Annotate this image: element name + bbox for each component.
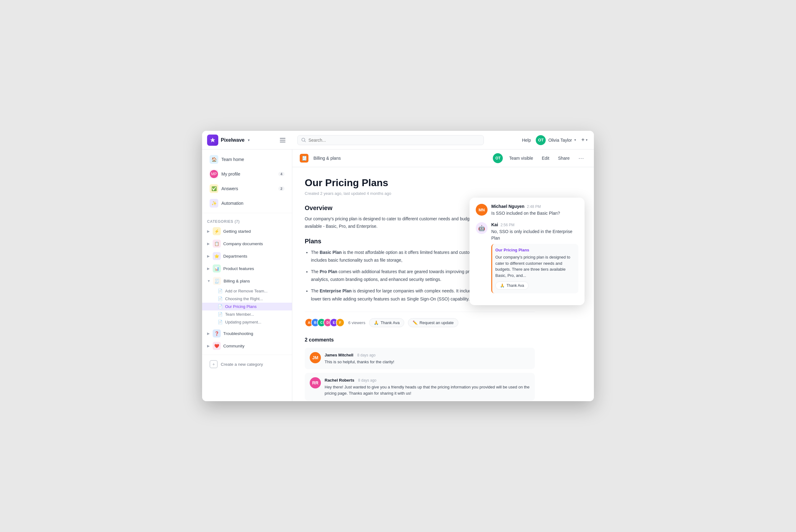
comment-2-avatar: RR bbox=[310, 377, 321, 388]
sidebar-item-community[interactable]: ▶ ❤️ Community bbox=[202, 340, 292, 352]
getting-started-label: Getting started bbox=[223, 229, 251, 234]
viewer-avatars: A B C D E F bbox=[305, 318, 345, 327]
thank-ava-button[interactable]: 🙏 Thank Ava bbox=[369, 318, 404, 327]
automation-icon: ✨ bbox=[209, 199, 218, 208]
chat-msg-2-text: No, SSO is only included in the Enterpri… bbox=[491, 228, 578, 242]
sidebar-item-automation[interactable]: ✨ Automation bbox=[205, 196, 290, 210]
chat-avatar-kai: 🤖 bbox=[476, 222, 487, 234]
topbar-center bbox=[292, 135, 516, 145]
sidebar-subitem-updating-payment[interactable]: 📄 Updating payment... bbox=[202, 318, 292, 326]
troubleshooting-chevron-icon: ▶ bbox=[207, 331, 209, 336]
sidebar: 🏠 Team home MP My profile 4 ✅ Answers 2 … bbox=[202, 150, 292, 401]
billing-plans-label: Billing & plans bbox=[224, 279, 250, 283]
company-docs-chevron-icon: ▶ bbox=[207, 242, 209, 246]
create-category-button[interactable]: + Create a new category bbox=[205, 357, 290, 371]
answers-label: Answers bbox=[221, 186, 238, 191]
content-header: 🧾 Billing & plans OT Team visible Edit S… bbox=[292, 150, 594, 167]
user-menu-button[interactable]: OT Olivia Taylor ▾ bbox=[536, 135, 576, 145]
ai-thank-label: Thank Ava bbox=[506, 283, 524, 288]
doc-icon-updating-payment: 📄 bbox=[218, 320, 223, 324]
add-button[interactable]: + ▾ bbox=[581, 137, 588, 143]
sidebar-subitem-our-pricing-plans[interactable]: 📄 Our Pricing Plans bbox=[202, 303, 292, 310]
pro-plan-name: Pro Plan bbox=[320, 269, 337, 274]
sidebar-item-my-profile[interactable]: MP My profile 4 bbox=[205, 167, 290, 181]
chat-msg-2-author: Kai bbox=[491, 222, 498, 227]
product-features-icon: 📊 bbox=[213, 264, 221, 272]
topbar-right: Help OT Olivia Taylor ▾ + ▾ bbox=[516, 135, 594, 145]
sidebar-item-product-features[interactable]: ▶ 📊 Product features bbox=[202, 262, 292, 275]
chat-avatar-michael: MN bbox=[476, 204, 487, 216]
comment-2-author: Rachel Roberts bbox=[325, 378, 354, 382]
ai-response-link[interactable]: Our Pricing Plans bbox=[495, 248, 575, 252]
doc-icon-pricing: 📄 bbox=[218, 304, 223, 309]
product-features-label: Product features bbox=[223, 266, 254, 271]
topbar: Pixelwave ▾ Help OT Olivia Taylor ▾ bbox=[202, 131, 594, 150]
company-docs-icon: 📋 bbox=[213, 240, 221, 248]
viewer-avatar-6: F bbox=[336, 318, 345, 327]
team-home-icon: 🏠 bbox=[209, 155, 218, 164]
team-visible-label[interactable]: Team visible bbox=[506, 154, 535, 162]
team-visible-avatar: OT bbox=[493, 153, 503, 163]
edit-button[interactable]: Edit bbox=[539, 154, 552, 162]
enterprise-plan-name: Enterprise Plan bbox=[320, 288, 352, 293]
comment-1-text: This is so helpful, thanks for the clari… bbox=[325, 359, 394, 365]
team-member-label: Team Member... bbox=[225, 312, 254, 317]
community-chevron-icon: ▶ bbox=[207, 344, 209, 348]
my-profile-badge: 4 bbox=[278, 172, 284, 176]
team-home-label: Team home bbox=[221, 157, 244, 162]
comment-2-time: 8 days ago bbox=[358, 378, 376, 382]
more-options-button[interactable]: ⋯ bbox=[576, 153, 587, 163]
comment-2-body: Rachel Roberts 8 days ago Hey there! Jus… bbox=[325, 377, 530, 396]
content-header-actions: OT Team visible Edit Share ⋯ bbox=[493, 153, 587, 163]
chat-msg-2-body: Kai 2:56 PM No, SSO is only included in … bbox=[491, 222, 578, 293]
article-meta: Created 2 years ago, last updated 4 mont… bbox=[305, 191, 535, 196]
viewers-row: A B C D E F 6 viewers 🙏 Thank Ava ✏️ Req… bbox=[305, 312, 535, 327]
sidebar-item-answers[interactable]: ✅ Answers 2 bbox=[205, 182, 290, 196]
ai-response-card: Our Pricing Plans Our company's pricing … bbox=[491, 244, 578, 293]
topbar-left: Pixelwave ▾ bbox=[202, 135, 292, 146]
viewers-count: 6 viewers bbox=[348, 320, 365, 325]
plus-icon: + bbox=[581, 137, 585, 143]
troubleshooting-icon: ❓ bbox=[213, 329, 221, 338]
product-features-chevron-icon: ▶ bbox=[207, 267, 209, 271]
create-category-label: Create a new category bbox=[221, 362, 263, 367]
search-box[interactable] bbox=[297, 135, 484, 145]
getting-started-chevron-icon: ▶ bbox=[207, 229, 209, 233]
ai-thank-button[interactable]: 🙏 Thank Ava bbox=[495, 282, 529, 290]
request-update-button[interactable]: ✏️ Request an update bbox=[408, 318, 458, 327]
sidebar-item-troubleshooting[interactable]: ▶ ❓ Troubleshooting bbox=[202, 327, 292, 340]
chat-popup: MN Michael Nguyen 2:48 PM Is SSO include… bbox=[469, 198, 585, 305]
user-avatar: OT bbox=[536, 135, 546, 145]
search-input[interactable] bbox=[309, 138, 480, 142]
logo-icon bbox=[207, 135, 218, 146]
add-chevron-icon: ▾ bbox=[586, 138, 588, 142]
sidebar-subitem-add-remove-team[interactable]: 📄 Add or Remove Team... bbox=[202, 287, 292, 295]
comments-heading: 2 comments bbox=[305, 337, 535, 343]
brand-chevron-icon: ▾ bbox=[248, 138, 250, 142]
help-button[interactable]: Help bbox=[522, 138, 531, 142]
sidebar-item-company-documents[interactable]: ▶ 📋 Company documents bbox=[202, 238, 292, 250]
sidebar-item-departments[interactable]: ▶ ⭐ Departments bbox=[202, 250, 292, 262]
categories-title: Categories (7) bbox=[202, 216, 292, 225]
chat-msg-1-time: 2:48 PM bbox=[527, 205, 541, 209]
thank-ava-label: Thank Ava bbox=[381, 320, 400, 325]
sidebar-subitem-team-member[interactable]: 📄 Team Member... bbox=[202, 310, 292, 318]
doc-icon-choosing: 📄 bbox=[218, 297, 223, 301]
article-title: Our Pricing Plans bbox=[305, 177, 535, 189]
getting-started-icon: ⚡ bbox=[213, 227, 221, 235]
brand-name: Pixelwave bbox=[221, 137, 245, 143]
billing-plans-icon: 🧾 bbox=[213, 277, 221, 285]
comment-1: JM James Mitchell 8 days ago This is so … bbox=[305, 348, 535, 369]
menu-button[interactable] bbox=[278, 136, 287, 144]
departments-label: Departments bbox=[223, 254, 247, 259]
sidebar-item-getting-started[interactable]: ▶ ⚡ Getting started bbox=[202, 225, 292, 238]
chat-message-1: MN Michael Nguyen 2:48 PM Is SSO include… bbox=[476, 204, 578, 216]
departments-icon: ⭐ bbox=[213, 252, 221, 260]
community-label: Community bbox=[223, 344, 244, 348]
sidebar-item-team-home[interactable]: 🏠 Team home bbox=[205, 152, 290, 167]
sidebar-item-billing-plans[interactable]: ▼ 🧾 Billing & plans bbox=[202, 275, 292, 287]
chat-msg-1-text: Is SSO included on the Basic Plan? bbox=[491, 210, 560, 216]
sidebar-subitem-choosing-right[interactable]: 📄 Choosing the Right... bbox=[202, 295, 292, 303]
basic-plan-name: Basic Plan bbox=[320, 250, 342, 255]
share-button[interactable]: Share bbox=[556, 154, 572, 162]
